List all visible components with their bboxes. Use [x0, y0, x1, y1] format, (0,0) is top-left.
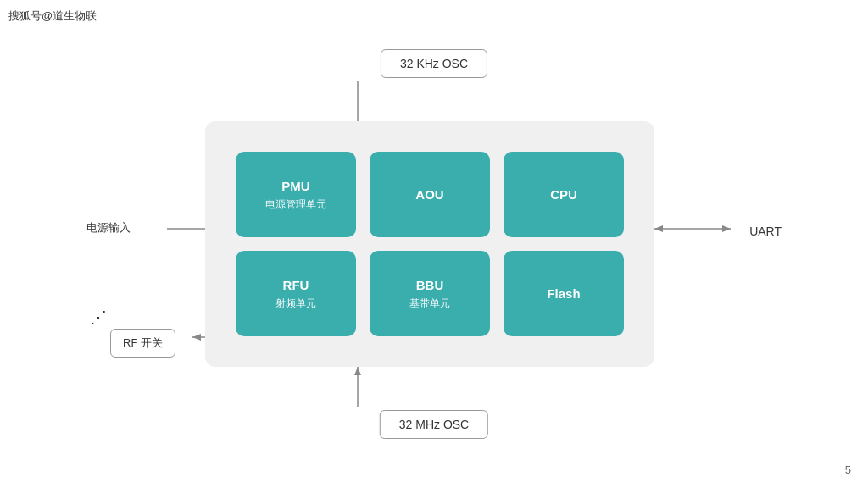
- chip-block-aou: AOU: [370, 152, 490, 237]
- svg-marker-5: [192, 334, 201, 341]
- main-diagram: 32 KHz OSC PMU 电源管理单元 AOU CPU RFU 射频单元 B…: [86, 49, 782, 439]
- chip-aou-line1: AOU: [415, 185, 443, 205]
- chip-block-pmu: PMU 电源管理单元: [236, 152, 356, 237]
- svg-marker-10: [722, 225, 731, 232]
- chip-cpu-line1: CPU: [550, 185, 577, 205]
- antenna-icon: ⋰: [88, 307, 108, 327]
- chip-flash-line1: Flash: [547, 284, 580, 304]
- chip-bbu-line1: BBU: [416, 275, 444, 296]
- chip-pmu-line2: 电源管理单元: [265, 197, 326, 213]
- watermark-text: 搜狐号@道生物联: [8, 8, 97, 24]
- chip-rfu-line2: 射频单元: [275, 296, 316, 312]
- osc-top-box: 32 KHz OSC: [381, 49, 487, 78]
- chip-bbu-line2: 基带单元: [409, 296, 450, 312]
- power-input-label: 电源输入: [86, 220, 131, 236]
- svg-marker-9: [654, 225, 663, 232]
- chip-block-rfu: RFU 射频单元: [236, 251, 356, 336]
- chip-block-bbu: BBU 基带单元: [370, 251, 490, 336]
- osc-bottom-box: 32 MHz OSC: [380, 410, 488, 439]
- page-number: 5: [845, 463, 851, 476]
- chip-block-cpu: CPU: [504, 152, 624, 237]
- svg-marker-7: [354, 367, 361, 375]
- chip-pmu-line1: PMU: [281, 176, 309, 197]
- chip-grid: PMU 电源管理单元 AOU CPU RFU 射频单元 BBU 基带单元 Fla…: [222, 138, 637, 350]
- chip-block-flash: Flash: [504, 251, 624, 336]
- rf-switch-box: RF 开关: [110, 329, 175, 358]
- chip-rfu-line1: RFU: [283, 275, 309, 296]
- uart-label: UART: [749, 225, 782, 238]
